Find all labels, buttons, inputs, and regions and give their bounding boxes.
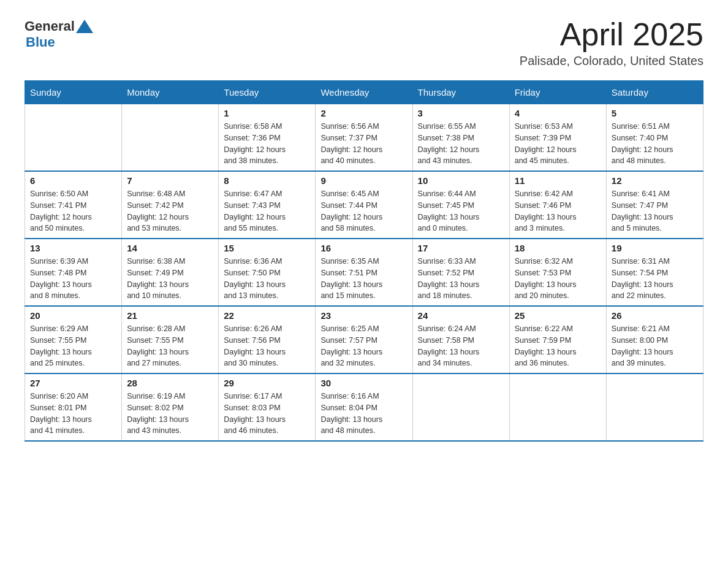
calendar-cell: 23Sunrise: 6:25 AM Sunset: 7:57 PM Dayli… [316,306,412,373]
calendar-cell: 1Sunrise: 6:58 AM Sunset: 7:36 PM Daylig… [219,104,316,172]
calendar-cell: 5Sunrise: 6:51 AM Sunset: 7:40 PM Daylig… [606,104,703,172]
calendar-week-row: 27Sunrise: 6:20 AM Sunset: 8:01 PM Dayli… [25,373,703,441]
calendar-cell: 17Sunrise: 6:33 AM Sunset: 7:52 PM Dayli… [412,239,509,306]
day-info: Sunrise: 6:26 AM Sunset: 7:56 PM Dayligh… [224,323,310,369]
calendar-cell: 20Sunrise: 6:29 AM Sunset: 7:55 PM Dayli… [25,306,122,373]
day-number: 22 [224,310,310,321]
day-info: Sunrise: 6:42 AM Sunset: 7:46 PM Dayligh… [515,188,601,234]
logo-flag-icon [76,20,93,33]
day-info: Sunrise: 6:32 AM Sunset: 7:53 PM Dayligh… [515,256,601,302]
day-info: Sunrise: 6:31 AM Sunset: 7:54 PM Dayligh… [612,256,698,302]
day-number: 21 [127,310,213,321]
day-info: Sunrise: 6:22 AM Sunset: 7:59 PM Dayligh… [515,323,601,369]
day-info: Sunrise: 6:45 AM Sunset: 7:44 PM Dayligh… [320,188,407,234]
day-info: Sunrise: 6:53 AM Sunset: 7:39 PM Dayligh… [515,121,601,167]
day-info: Sunrise: 6:33 AM Sunset: 7:52 PM Dayligh… [418,256,504,302]
calendar-cell: 14Sunrise: 6:38 AM Sunset: 7:49 PM Dayli… [122,239,219,306]
day-number: 3 [418,108,504,118]
calendar-header-row: SundayMondayTuesdayWednesdayThursdayFrid… [25,81,703,104]
day-info: Sunrise: 6:17 AM Sunset: 8:03 PM Dayligh… [224,391,310,437]
day-info: Sunrise: 6:19 AM Sunset: 8:02 PM Dayligh… [127,391,213,437]
day-number: 10 [418,175,504,186]
calendar-cell [122,104,219,172]
calendar-week-row: 20Sunrise: 6:29 AM Sunset: 7:55 PM Dayli… [25,306,703,373]
calendar-cell: 24Sunrise: 6:24 AM Sunset: 7:58 PM Dayli… [412,306,509,373]
day-info: Sunrise: 6:58 AM Sunset: 7:36 PM Dayligh… [224,121,310,167]
calendar-table: SundayMondayTuesdayWednesdayThursdayFrid… [25,80,703,442]
calendar-cell: 16Sunrise: 6:35 AM Sunset: 7:51 PM Dayli… [316,239,412,306]
day-number: 7 [127,175,213,186]
day-info: Sunrise: 6:25 AM Sunset: 7:57 PM Dayligh… [320,323,407,369]
day-of-week-header: Saturday [606,81,703,104]
calendar-cell [509,373,606,441]
day-info: Sunrise: 6:28 AM Sunset: 7:55 PM Dayligh… [127,323,213,369]
day-number: 8 [224,175,310,186]
day-info: Sunrise: 6:41 AM Sunset: 7:47 PM Dayligh… [612,188,698,234]
calendar-cell: 3Sunrise: 6:55 AM Sunset: 7:38 PM Daylig… [412,104,509,172]
day-info: Sunrise: 6:44 AM Sunset: 7:45 PM Dayligh… [418,188,504,234]
day-info: Sunrise: 6:29 AM Sunset: 7:55 PM Dayligh… [30,323,116,369]
day-info: Sunrise: 6:24 AM Sunset: 7:58 PM Dayligh… [418,323,504,369]
day-number: 17 [418,243,504,253]
day-info: Sunrise: 6:35 AM Sunset: 7:51 PM Dayligh… [320,256,407,302]
day-number: 2 [320,108,407,118]
day-info: Sunrise: 6:36 AM Sunset: 7:50 PM Dayligh… [224,256,310,302]
day-info: Sunrise: 6:21 AM Sunset: 8:00 PM Dayligh… [612,323,698,369]
day-number: 20 [30,310,116,321]
day-number: 25 [515,310,601,321]
day-number: 11 [515,175,601,186]
day-number: 4 [515,108,601,118]
calendar-cell: 27Sunrise: 6:20 AM Sunset: 8:01 PM Dayli… [25,373,122,441]
calendar-cell: 15Sunrise: 6:36 AM Sunset: 7:50 PM Dayli… [219,239,316,306]
calendar-cell: 28Sunrise: 6:19 AM Sunset: 8:02 PM Dayli… [122,373,219,441]
calendar-cell [606,373,703,441]
day-number: 9 [320,175,407,186]
day-number: 18 [515,243,601,253]
day-info: Sunrise: 6:16 AM Sunset: 8:04 PM Dayligh… [320,391,407,437]
logo-blue: Blue [26,34,55,50]
page-header: General Blue April 2025 Palisade, Colora… [25,18,703,68]
day-number: 26 [612,310,698,321]
day-info: Sunrise: 6:39 AM Sunset: 7:48 PM Dayligh… [30,256,116,302]
logo-general: General [25,18,75,34]
day-number: 30 [320,378,407,388]
day-number: 23 [320,310,407,321]
logo: General Blue [25,18,93,50]
calendar-cell: 8Sunrise: 6:47 AM Sunset: 7:43 PM Daylig… [219,171,316,239]
day-info: Sunrise: 6:50 AM Sunset: 7:41 PM Dayligh… [30,188,116,234]
calendar-cell: 18Sunrise: 6:32 AM Sunset: 7:53 PM Dayli… [509,239,606,306]
calendar-cell [25,104,122,172]
day-info: Sunrise: 6:48 AM Sunset: 7:42 PM Dayligh… [127,188,213,234]
day-number: 24 [418,310,504,321]
calendar-cell: 30Sunrise: 6:16 AM Sunset: 8:04 PM Dayli… [316,373,412,441]
calendar-cell: 12Sunrise: 6:41 AM Sunset: 7:47 PM Dayli… [606,171,703,239]
day-number: 16 [320,243,407,253]
day-of-week-header: Monday [122,81,219,104]
calendar-cell: 29Sunrise: 6:17 AM Sunset: 8:03 PM Dayli… [219,373,316,441]
day-info: Sunrise: 6:56 AM Sunset: 7:37 PM Dayligh… [320,121,407,167]
calendar-cell [412,373,509,441]
day-number: 14 [127,243,213,253]
day-of-week-header: Friday [509,81,606,104]
calendar-cell: 19Sunrise: 6:31 AM Sunset: 7:54 PM Dayli… [606,239,703,306]
day-info: Sunrise: 6:55 AM Sunset: 7:38 PM Dayligh… [418,121,504,167]
day-info: Sunrise: 6:47 AM Sunset: 7:43 PM Dayligh… [224,188,310,234]
svg-marker-0 [76,20,93,33]
day-number: 15 [224,243,310,253]
calendar-cell: 4Sunrise: 6:53 AM Sunset: 7:39 PM Daylig… [509,104,606,172]
day-info: Sunrise: 6:20 AM Sunset: 8:01 PM Dayligh… [30,391,116,437]
day-number: 29 [224,378,310,388]
day-number: 13 [30,243,116,253]
day-info: Sunrise: 6:38 AM Sunset: 7:49 PM Dayligh… [127,256,213,302]
day-of-week-header: Tuesday [219,81,316,104]
day-number: 5 [612,108,698,118]
calendar-week-row: 13Sunrise: 6:39 AM Sunset: 7:48 PM Dayli… [25,239,703,306]
calendar-cell: 7Sunrise: 6:48 AM Sunset: 7:42 PM Daylig… [122,171,219,239]
calendar-cell: 13Sunrise: 6:39 AM Sunset: 7:48 PM Dayli… [25,239,122,306]
day-of-week-header: Sunday [25,81,122,104]
day-number: 12 [612,175,698,186]
title-area: April 2025 Palisade, Colorado, United St… [520,18,703,68]
calendar-cell: 25Sunrise: 6:22 AM Sunset: 7:59 PM Dayli… [509,306,606,373]
calendar-week-row: 1Sunrise: 6:58 AM Sunset: 7:36 PM Daylig… [25,104,703,172]
day-of-week-header: Wednesday [316,81,412,104]
